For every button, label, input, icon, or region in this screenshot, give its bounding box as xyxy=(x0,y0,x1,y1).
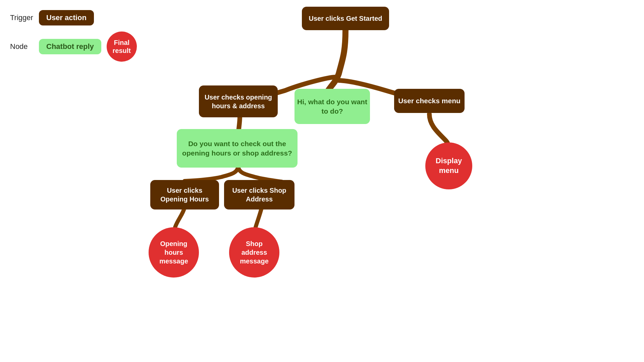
legend: Trigger User action Node Chatbot reply F… xyxy=(10,10,137,68)
node-clicks-shop[interactable]: User clicks Shop Address xyxy=(224,180,294,209)
node-clicks-opening[interactable]: User clicks Opening Hours xyxy=(150,180,219,209)
user-action-badge: User action xyxy=(39,10,94,25)
node-do-you-want[interactable]: Do you want to check out the opening hou… xyxy=(177,129,298,168)
trigger-label: Trigger xyxy=(10,13,34,22)
node-label: Node xyxy=(10,42,34,51)
node-opening-msg[interactable]: Opening hours message xyxy=(149,227,199,278)
chatbot-reply-badge: Chatbot reply xyxy=(39,39,101,54)
node-shop-msg[interactable]: Shop address message xyxy=(229,227,279,278)
node-checks-menu[interactable]: User checks menu xyxy=(394,89,465,113)
node-get-started[interactable]: User clicks Get Started xyxy=(302,7,389,30)
node-hi-what[interactable]: Hi, what do you want to do? xyxy=(294,89,370,124)
node-display-menu[interactable]: Display menu xyxy=(425,142,472,189)
trigger-legend-row: Trigger User action xyxy=(10,10,137,25)
final-result-badge: Final result xyxy=(107,32,137,62)
node-legend-row: Node Chatbot reply Final result xyxy=(10,32,137,62)
node-checks-opening[interactable]: User checks opening hours & address xyxy=(199,85,278,117)
